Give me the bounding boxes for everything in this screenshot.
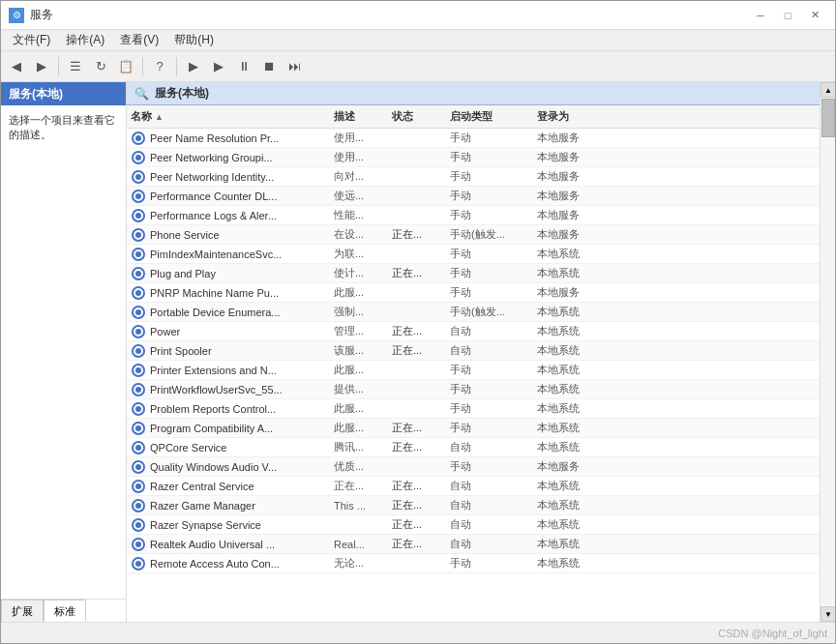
service-desc: 强制... — [330, 305, 388, 319]
refresh-button[interactable]: ↻ — [89, 55, 112, 78]
search-icon: 🔍 — [134, 87, 149, 101]
service-login: 本地服务 — [533, 285, 620, 300]
scroll-thumb[interactable] — [821, 99, 835, 137]
gear-icon — [132, 422, 145, 435]
gear-icon — [132, 151, 145, 164]
run2-button[interactable]: ▶ — [207, 55, 230, 78]
content-area: 🔍 服务(本地) 名称 ▲ 描述 状态 启动类型 登录为 Pee — [127, 82, 820, 622]
forward-button[interactable]: ▶ — [30, 55, 53, 78]
service-startup: 手动 — [446, 208, 533, 222]
col-header-name[interactable]: 名称 ▲ — [127, 107, 330, 126]
col-header-startup[interactable]: 启动类型 — [446, 107, 533, 126]
service-startup: 手动 — [446, 401, 533, 416]
table-row[interactable]: Performance Logs & Aler... 性能... 手动 本地服务 — [127, 206, 820, 225]
table-row[interactable]: Peer Networking Identity... 向对... 手动 本地服… — [127, 167, 820, 187]
main-window: ⚙ 服务 ─ □ ✕ 文件(F) 操作(A) 查看(V) 帮助(H) ◀ ▶ ☰… — [0, 0, 836, 644]
table-row[interactable]: Plug and Play 使计... 正在... 手动 本地系统 — [127, 264, 820, 283]
service-gear-icon — [131, 440, 146, 455]
help-button[interactable]: ? — [148, 55, 171, 78]
table-row[interactable]: Program Compatibility A... 此服... 正在... 手… — [127, 419, 820, 438]
gear-icon — [132, 460, 145, 474]
stop-button[interactable]: ⏹ — [257, 55, 281, 78]
service-gear-icon — [131, 556, 146, 571]
main-area: 服务(本地) 选择一个项目来查看它的描述。 扩展 标准 🔍 服务(本地) 名称 … — [1, 82, 835, 622]
minimize-button[interactable]: ─ — [748, 5, 773, 26]
table-row[interactable]: Quality Windows Audio V... 优质... 手动 本地服务 — [127, 457, 820, 477]
menu-action[interactable]: 操作(A) — [58, 30, 112, 50]
service-startup: 自动 — [446, 440, 533, 454]
service-login: 本地系统 — [533, 556, 620, 571]
col-header-login[interactable]: 登录为 — [533, 107, 620, 126]
run-button[interactable]: ▶ — [182, 55, 205, 78]
service-name: Printer Extensions and N... — [146, 365, 330, 376]
gear-icon — [132, 325, 145, 338]
gear-icon — [132, 267, 145, 280]
tab-standard[interactable]: 标准 — [44, 600, 86, 622]
table-row[interactable]: PNRP Machine Name Pu... 此服... 手动 本地服务 — [127, 283, 820, 303]
service-gear-icon — [131, 266, 146, 281]
col-header-status[interactable]: 状态 — [388, 107, 446, 126]
tab-expand[interactable]: 扩展 — [1, 600, 44, 622]
service-login: 本地系统 — [533, 343, 620, 358]
table-row[interactable]: Portable Device Enumera... 强制... 手动(触发..… — [127, 303, 820, 322]
service-startup: 手动 — [446, 556, 533, 571]
service-name: QPCore Service — [146, 442, 330, 454]
col-header-desc[interactable]: 描述 — [330, 107, 388, 126]
close-button[interactable]: ✕ — [802, 5, 827, 26]
service-desc: 性能... — [330, 208, 388, 222]
service-startup: 自动 — [446, 498, 533, 512]
service-gear-icon — [131, 131, 146, 146]
menu-view[interactable]: 查看(V) — [112, 30, 166, 50]
table-row[interactable]: Remote Access Auto Con... 无论... 手动 本地系统 — [127, 554, 820, 573]
service-gear-icon — [131, 247, 146, 262]
service-gear-icon — [131, 382, 146, 397]
table-row[interactable]: PrintWorkflowUserSvc_55... 提供... 手动 本地系统 — [127, 380, 820, 399]
sidebar-tabs: 扩展 标准 — [1, 599, 126, 622]
service-startup: 自动 — [446, 324, 533, 338]
table-row[interactable]: Print Spooler 该服... 正在... 自动 本地系统 — [127, 341, 820, 361]
service-login: 本地服务 — [533, 131, 620, 145]
back-button[interactable]: ◀ — [5, 55, 28, 78]
service-login: 本地服务 — [533, 208, 620, 222]
scrollbar[interactable]: ▲ ▼ — [820, 82, 835, 622]
service-name: Performance Counter DL... — [146, 190, 330, 202]
scroll-down-button[interactable]: ▼ — [821, 606, 835, 622]
table-row[interactable]: Realtek Audio Universal ... Real... 正在..… — [127, 535, 820, 554]
sidebar-header: 服务(本地) — [1, 82, 126, 105]
menu-help[interactable]: 帮助(H) — [166, 30, 222, 50]
table-row[interactable]: Phone Service 在设... 正在... 手动(触发... 本地服务 — [127, 225, 820, 245]
service-desc: 正在... — [330, 479, 388, 493]
service-name: Phone Service — [146, 229, 330, 241]
menu-file[interactable]: 文件(F) — [5, 30, 58, 50]
sidebar: 服务(本地) 选择一个项目来查看它的描述。 扩展 标准 — [1, 82, 127, 622]
table-row[interactable]: Peer Name Resolution Pr... 使用... 手动 本地服务 — [127, 129, 820, 148]
export-button[interactable]: 📋 — [114, 55, 137, 78]
table-row[interactable]: Razer Synapse Service 正在... 自动 本地系统 — [127, 515, 820, 535]
table-row[interactable]: Performance Counter DL... 使远... 手动 本地服务 — [127, 187, 820, 206]
table-row[interactable]: Problem Reports Control... 此服... 手动 本地系统 — [127, 399, 820, 419]
scroll-track[interactable] — [821, 98, 835, 606]
pause-button[interactable]: ⏸ — [232, 55, 255, 78]
service-desc: 此服... — [330, 363, 388, 377]
scroll-up-button[interactable]: ▲ — [821, 82, 835, 98]
service-startup: 自动 — [446, 517, 533, 532]
table-row[interactable]: Razer Game Manager This ... 正在... 自动 本地系… — [127, 496, 820, 515]
service-startup: 手动 — [446, 421, 533, 435]
step-button[interactable]: ⏭ — [283, 55, 306, 78]
service-gear-icon — [131, 150, 146, 165]
table-row[interactable]: Power 管理... 正在... 自动 本地系统 — [127, 322, 820, 341]
content-title: 服务(本地) — [155, 85, 209, 102]
table-row[interactable]: QPCore Service 腾讯... 正在... 自动 本地系统 — [127, 438, 820, 457]
maximize-button[interactable]: □ — [775, 5, 800, 26]
service-status: 正在... — [388, 421, 446, 435]
table-row[interactable]: Razer Central Service 正在... 正在... 自动 本地系… — [127, 477, 820, 496]
service-name: Quality Windows Audio V... — [146, 461, 330, 473]
table-row[interactable]: Printer Extensions and N... 此服... 手动 本地系… — [127, 361, 820, 380]
table-row[interactable]: PimIndexMaintenanceSvc... 为联... 手动 本地系统 — [127, 245, 820, 264]
show-hide-button[interactable]: ☰ — [64, 55, 87, 78]
gear-icon — [132, 480, 145, 493]
table-row[interactable]: Peer Networking Groupi... 使用... 手动 本地服务 — [127, 148, 820, 167]
service-gear-icon — [131, 227, 146, 243]
service-gear-icon — [131, 208, 146, 223]
service-startup: 手动 — [446, 247, 533, 261]
